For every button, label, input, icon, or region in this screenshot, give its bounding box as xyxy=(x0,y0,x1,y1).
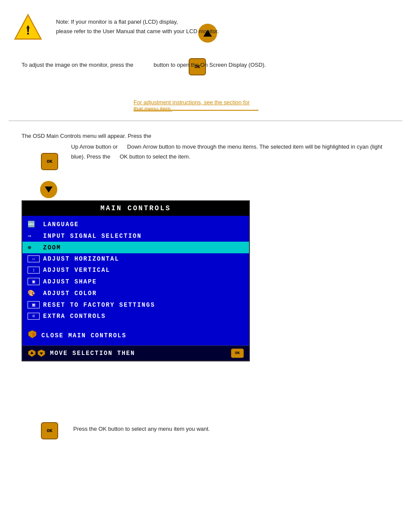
footer-text: MOVE SELECTION THEN xyxy=(50,350,231,357)
menu-item-zoom[interactable]: ⊕ ZOOM xyxy=(22,242,249,253)
footer-nav-icons xyxy=(28,349,46,358)
warning-icon: ! ⚠ xyxy=(13,13,43,43)
osd-title: MAIN CONTROLS xyxy=(22,201,249,216)
mid-instruction-continuation: Up Arrow button or Down Arrow button to … xyxy=(71,142,385,162)
menu-item-language[interactable]: 🔤 LANGUAGE xyxy=(22,218,249,230)
second-section-text: The OSD Main Controls menu will appear. … xyxy=(22,131,385,141)
language-label: LANGUAGE xyxy=(43,221,79,228)
top-instruction-text: Note: If your monitor is a flat panel (L… xyxy=(56,17,385,36)
down-arrow-button[interactable] xyxy=(40,181,57,198)
osd-items-list: 🔤 LANGUAGE ⇒ INPUT SIGNAL SELECTION ⊕ ZO… xyxy=(22,216,249,324)
shape-icon: ▣ xyxy=(28,278,40,285)
vertical-icon: ↕ xyxy=(28,267,40,274)
menu-item-vertical[interactable]: ↕ ADJUST VERTICAL xyxy=(22,264,249,276)
close-menu-row[interactable]: CLOSE MAIN CONTROLS xyxy=(22,327,249,345)
close-icon xyxy=(28,330,37,341)
ok-bottom-label: OK xyxy=(47,428,52,433)
zoom-icon: ⊕ xyxy=(28,244,40,251)
ok-mid-label: OK xyxy=(47,159,52,164)
osd-footer: MOVE SELECTION THEN OK xyxy=(22,345,249,361)
input-icon: ⇒ xyxy=(28,232,40,240)
ok-button-mid[interactable]: OK xyxy=(41,153,58,170)
color-label: ADJUST COLOR xyxy=(43,290,97,297)
menu-item-shape[interactable]: ▣ ADJUST SHAPE xyxy=(22,276,249,287)
menu-item-extra[interactable]: ≡ EXTRA CONTROLS xyxy=(22,311,249,322)
ok-button-bottom[interactable]: OK xyxy=(41,422,58,439)
menu-item-input[interactable]: ⇒ INPUT SIGNAL SELECTION xyxy=(22,230,249,242)
section-divider xyxy=(9,121,402,121)
bottom-instruction-text: Press the OK button to select any menu i… xyxy=(73,424,385,434)
menu-item-horizontal[interactable]: ↔ ADJUST HORIZONTAL xyxy=(22,253,249,264)
color-icon: 🎨 xyxy=(28,289,40,297)
link-text[interactable]: For adjustment instructions, see the sec… xyxy=(134,99,258,112)
extra-icon: ≡ xyxy=(28,313,40,320)
vertical-label: ADJUST VERTICAL xyxy=(43,267,110,274)
reset-label: RESET TO FACTORY SETTINGS xyxy=(43,302,155,308)
language-icon: 🔤 xyxy=(28,221,40,228)
horizontal-icon: ↔ xyxy=(28,255,40,262)
middle-instruction-text: To adjust the image on the monitor, pres… xyxy=(22,60,385,70)
reset-icon: ▦ xyxy=(28,301,40,308)
menu-item-color[interactable]: 🎨 ADJUST COLOR xyxy=(22,287,249,299)
shape-label: ADJUST SHAPE xyxy=(43,278,97,285)
horizontal-label: ADJUST HORIZONTAL xyxy=(43,255,119,262)
close-menu-label: CLOSE MAIN CONTROLS xyxy=(41,332,127,339)
menu-item-reset[interactable]: ▦ RESET TO FACTORY SETTINGS xyxy=(22,299,249,311)
svg-text:⚠: ⚠ xyxy=(26,24,30,29)
osd-menu: MAIN CONTROLS 🔤 LANGUAGE ⇒ INPUT SIGNAL … xyxy=(22,200,250,361)
extra-label: EXTRA CONTROLS xyxy=(43,313,106,320)
input-label: INPUT SIGNAL SELECTION xyxy=(43,233,142,240)
footer-ok-badge: OK xyxy=(231,348,244,358)
zoom-label: ZOOM xyxy=(43,244,61,251)
